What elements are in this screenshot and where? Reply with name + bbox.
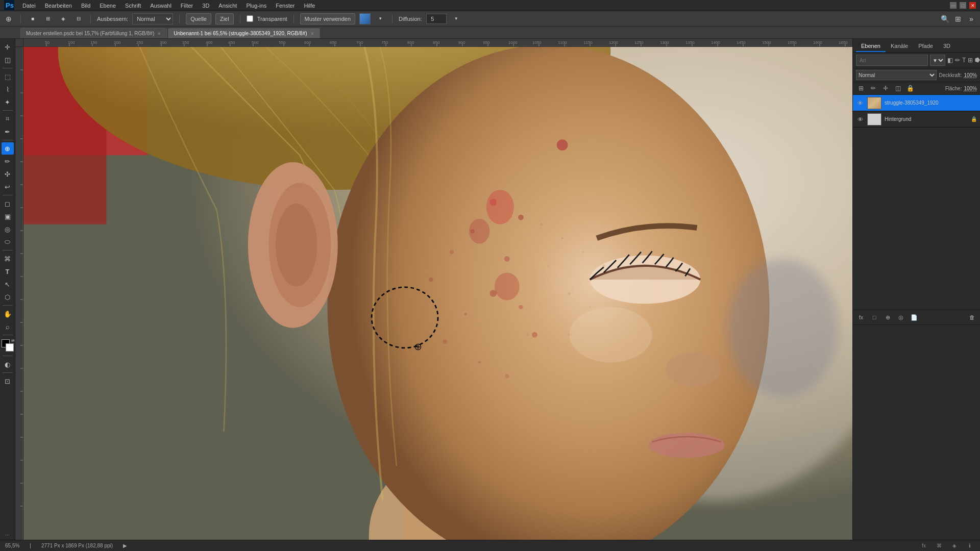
layers-filter-btn2[interactable]: ✏ (955, 55, 960, 65)
dest-radio-btn[interactable]: Ziel (215, 13, 234, 24)
swap-colors-icon[interactable]: ⇄ (11, 338, 15, 343)
source-radio-btn[interactable]: Quelle (186, 13, 211, 24)
clone-source-btn[interactable]: ⊟ (73, 13, 84, 24)
diffusion-input[interactable] (426, 14, 447, 24)
status-fx-btn[interactable]: fx (919, 541, 929, 551)
zoom-tool-btn[interactable]: ⌕ (2, 320, 14, 333)
eraser-tool-btn[interactable]: ◻ (2, 197, 14, 210)
eyedropper-tool-btn[interactable]: ✒ (2, 126, 14, 138)
mode-select[interactable]: Normal (132, 13, 173, 24)
menu-item-ansicht[interactable]: Ansicht (214, 2, 241, 10)
document-tab-0[interactable]: Muster erstellen.psdc bei 15,7% (Farbfül… (20, 28, 167, 38)
move-tool-btn[interactable]: ✛ (2, 41, 14, 53)
tab-1-close[interactable]: ✕ (310, 31, 314, 36)
new-group-btn[interactable]: ◎ (896, 312, 906, 322)
lock-layer-btn[interactable]: 🔒 (905, 83, 915, 93)
layers-filter-btn4[interactable]: ⊞ (968, 55, 973, 65)
layers-filter-btn3[interactable]: T (962, 55, 966, 65)
status-info-btn[interactable]: ℹ (965, 541, 975, 551)
layer-item-1[interactable]: 👁 Hintergrund 🔒 (853, 111, 980, 128)
arrange-docs-btn[interactable]: ⊞ (952, 13, 964, 24)
layer-mask-btn[interactable]: □ (869, 312, 879, 322)
dodge-tool-btn[interactable]: ⬭ (2, 236, 14, 248)
quick-mask-btn[interactable]: ◐ (2, 358, 14, 370)
lock-all-btn[interactable]: ⊞ (856, 83, 866, 93)
shape-tool-btn[interactable]: ⬡ (2, 291, 14, 303)
tab-pfade[interactable]: Pfade (913, 41, 938, 52)
lock-position-btn[interactable]: ✛ (880, 83, 891, 93)
menu-item-filter[interactable]: Filter (177, 2, 197, 10)
canvas-viewport[interactable]: ⊕ (23, 47, 852, 540)
toolbar-more-tools[interactable]: ··· (5, 532, 9, 540)
layer-item-0[interactable]: 👁 struggle-3805349_1920 (853, 95, 980, 111)
delete-layer-btn[interactable]: 🗑 (967, 312, 977, 322)
history-brush-tool-btn[interactable]: ↩ (2, 181, 14, 193)
artboard-tool-btn[interactable]: ◫ (2, 54, 14, 66)
new-layer-btn[interactable]: 📄 (909, 312, 919, 322)
opacity-value[interactable]: 100% (964, 72, 977, 78)
status-magic-btn[interactable]: ⌘ (934, 541, 944, 551)
minimize-button[interactable]: — (950, 2, 957, 9)
menu-item-plugins[interactable]: Plug-ins (242, 2, 271, 10)
brush-tool-btn[interactable]: ✏ (2, 155, 14, 167)
layers-filter-btn5[interactable]: ⭓ (975, 55, 980, 65)
extras-btn[interactable]: » (966, 13, 977, 24)
crop-tool-btn[interactable]: ⌗ (2, 113, 14, 125)
lasso-tool-btn[interactable]: ⌇ (2, 83, 14, 95)
menu-item-auswahl[interactable]: Auswahl (146, 2, 176, 10)
color-swatch[interactable] (359, 13, 371, 24)
brush-settings-btn[interactable]: ⊞ (42, 13, 54, 24)
close-button[interactable]: ✕ (969, 2, 976, 9)
layers-filter-btn1[interactable]: ◧ (947, 55, 953, 65)
healing-brush-tool-btn[interactable]: ⊕ (2, 142, 14, 155)
foreground-background-colors[interactable]: ⇄ (2, 339, 14, 352)
menu-item-datei[interactable]: Datei (18, 2, 40, 10)
divider-1 (20, 14, 21, 23)
pen-tool-btn[interactable]: ⌘ (2, 253, 14, 265)
layer-search-input[interactable] (856, 55, 928, 66)
menu-item-bearbeiten[interactable]: Bearbeiten (41, 2, 76, 10)
clone-stamp-tool-btn[interactable]: ✣ (2, 168, 14, 180)
layer-type-filter[interactable]: ▼ (930, 55, 945, 66)
canvas-area[interactable]: // We'll use the SVG inline for ruler ma… (15, 39, 852, 540)
status-adjust-btn[interactable]: ◈ (949, 541, 960, 551)
document-tab-1[interactable]: Unbenannt-1 bei 65,5% (struggle-3805349_… (168, 28, 320, 38)
layer-filters-btn[interactable]: fx (856, 312, 866, 322)
change-screen-mode-btn[interactable]: ⊡ (2, 375, 14, 387)
menu-item-fenster[interactable]: Fenster (272, 2, 299, 10)
diffusion-dropdown[interactable]: ▼ (451, 13, 462, 24)
menu-item-hilfe[interactable]: Hilfe (300, 2, 319, 10)
tab-ebenen[interactable]: Ebenen (856, 41, 886, 52)
new-adjustment-layer-btn[interactable]: ⊕ (883, 312, 893, 322)
tab-kanaele[interactable]: Kanäle (886, 41, 913, 52)
tab-0-close[interactable]: ✕ (157, 31, 161, 36)
lock-pixels-btn[interactable]: ✏ (868, 83, 878, 93)
menu-item-bild[interactable]: Bild (77, 2, 94, 10)
search-icon-btn[interactable]: 🔍 (939, 13, 950, 24)
blend-mode-select[interactable]: Normal (856, 70, 937, 80)
path-select-tool-btn[interactable]: ↖ (2, 278, 14, 290)
gradient-tool-btn[interactable]: ▣ (2, 210, 14, 222)
muster-verwenden-btn[interactable]: Muster verwenden (300, 13, 356, 24)
layer-0-visibility-icon[interactable]: 👁 (856, 99, 864, 107)
transparent-checkbox[interactable] (247, 15, 253, 22)
background-color[interactable] (6, 343, 14, 352)
type-tool-btn[interactable]: T (2, 265, 14, 278)
layer-1-visibility-icon[interactable]: 👁 (856, 115, 864, 123)
source-sample-btn[interactable]: ■ (27, 13, 38, 24)
magic-wand-tool-btn[interactable]: ✦ (2, 96, 14, 108)
tool-options-icon[interactable]: ⊕ (3, 13, 14, 24)
maximize-button[interactable]: □ (960, 2, 966, 9)
menu-item-ebene[interactable]: Ebene (95, 2, 120, 10)
status-arrow[interactable]: ▶ (123, 543, 127, 548)
blur-tool-btn[interactable]: ◎ (2, 223, 14, 235)
tab-3d[interactable]: 3D (938, 41, 955, 52)
lock-artboard-btn[interactable]: ◫ (893, 83, 903, 93)
menu-item-3d[interactable]: 3D (198, 2, 213, 10)
menu-item-schrift[interactable]: Schrift (121, 2, 145, 10)
select-tool-btn[interactable]: ⬚ (2, 70, 14, 83)
swatch-dropdown-btn[interactable]: ▼ (375, 13, 386, 24)
fill-value[interactable]: 100% (964, 86, 977, 91)
hand-tool-btn[interactable]: ✋ (2, 308, 14, 320)
brush-options-btn[interactable]: ◈ (58, 13, 69, 24)
